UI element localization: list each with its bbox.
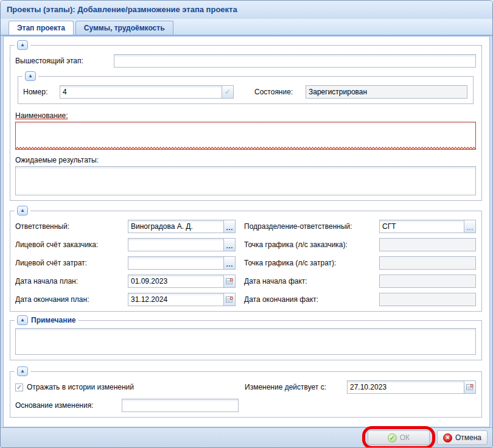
expected-results-textarea[interactable]: [15, 166, 476, 195]
end-date-plan-input[interactable]: [128, 293, 224, 306]
cancel-button-label: Отмена: [455, 433, 481, 442]
window-title: Проекты (этапы): Добавление/размножение …: [1, 1, 492, 19]
number-label: Номер:: [23, 88, 60, 96]
collapse-icon[interactable]: ▲: [17, 40, 28, 50]
responsible-input[interactable]: [128, 220, 224, 233]
row-parent-stage: Вышестоящий этап:: [15, 54, 476, 68]
row-number-state: Номер: ✓ Состояние:: [23, 85, 467, 99]
fieldset-number-state-legend: ▲: [23, 71, 38, 81]
customer-account-label: Лицевой счёт заказчика:: [15, 240, 128, 249]
cancel-x-icon: ✕: [443, 433, 452, 443]
name-field-block: Наименование:: [15, 111, 476, 150]
customer-schedule-point-label: Точка графика (л/с заказчика):: [244, 240, 379, 249]
fieldset-details-legend: ▲: [15, 206, 30, 215]
tab-sums[interactable]: Суммы, трудоёмкость: [75, 21, 173, 35]
fieldset-details: ▲ Ответственный: … Подразделение-ответст…: [10, 211, 482, 312]
footer-button-bar: ✓ ОК ✕ Отмена: [1, 427, 492, 447]
change-reason-label: Основание изменения:: [15, 401, 122, 410]
customer-account-picker-icon[interactable]: …: [224, 238, 236, 251]
state-label: Состояние:: [254, 88, 306, 96]
history-flag-label: Отражать в истории изменений: [27, 383, 134, 391]
ok-button[interactable]: ✓ ОК: [368, 430, 430, 445]
history-checkbox[interactable]: ✓: [15, 383, 23, 391]
customer-account-input[interactable]: [128, 238, 224, 251]
expected-results-block: Ожидаемые результаты:: [15, 156, 476, 195]
cost-account-input[interactable]: [128, 256, 224, 270]
number-input[interactable]: [60, 85, 222, 99]
note-textarea[interactable]: [15, 328, 476, 355]
history-flag-group: ✓ Отражать в истории изменений: [15, 383, 245, 391]
cancel-button[interactable]: ✕ Отмена: [437, 430, 488, 445]
collapse-icon[interactable]: ▲: [17, 206, 28, 215]
fieldset-history: ▲ ✓ Отражать в истории изменений Изменен…: [10, 371, 482, 418]
cost-schedule-point-field: [379, 256, 476, 270]
note-legend-text: Примечание: [31, 316, 76, 324]
customer-schedule-point-field: [379, 238, 476, 251]
row-customer-account: Лицевой счёт заказчика: … Точка графика …: [15, 238, 476, 251]
parent-stage-label: Вышестоящий этап:: [15, 57, 114, 65]
fieldset-number-state: ▲ Номер: ✓ Состояние:: [18, 76, 474, 104]
cost-account-picker-icon[interactable]: …: [224, 256, 236, 270]
cost-account-label: Лицевой счёт затрат:: [15, 259, 128, 267]
fieldset-main-legend: ▲: [15, 40, 30, 50]
window-body: ▲ Вышестоящий этап: ▲ Номер: ✓: [1, 36, 492, 427]
calendar-icon[interactable]: [464, 380, 476, 394]
row-change-reason: Основание изменения:: [15, 399, 476, 412]
calendar-icon[interactable]: [224, 293, 236, 306]
name-textarea[interactable]: [15, 122, 476, 150]
change-effective-input[interactable]: [347, 380, 464, 394]
responsible-picker-icon[interactable]: …: [224, 220, 236, 233]
department-picker-icon[interactable]: …: [464, 220, 476, 233]
end-date-plan-label: Дата окончания план:: [15, 295, 128, 304]
start-date-fact-label: Дата начала факт:: [244, 277, 379, 285]
fieldset-main: ▲ Вышестоящий этап: ▲ Номер: ✓: [10, 45, 482, 201]
fieldset-history-legend: ▲: [15, 366, 30, 376]
cost-schedule-point-label: Точка графика (л/с затрат):: [244, 259, 379, 267]
expected-results-label: Ожидаемые результаты:: [15, 156, 99, 164]
change-effective-label: Изменение действует с:: [245, 383, 347, 391]
department-label: Подразделение-ответственный:: [244, 222, 379, 231]
ok-button-label: ОК: [400, 433, 410, 442]
parent-stage-input[interactable]: [114, 54, 476, 68]
fieldset-note: ▲ Примечание: [10, 320, 482, 360]
dialog-window: Проекты (этапы): Добавление/размножение …: [0, 0, 493, 448]
department-input[interactable]: [379, 220, 464, 233]
start-date-plan-label: Дата начала план:: [15, 277, 128, 285]
fieldset-note-legend: ▲ Примечание: [15, 315, 79, 325]
end-date-fact-label: Дата окончания факт:: [244, 295, 379, 304]
start-date-fact-field: [379, 275, 476, 288]
row-history-flag: ✓ Отражать в истории изменений Изменение…: [15, 380, 476, 394]
calendar-icon[interactable]: [224, 275, 236, 288]
row-cost-account: Лицевой счёт затрат: … Точка графика (л/…: [15, 256, 476, 270]
collapse-icon[interactable]: ▲: [17, 315, 28, 325]
tab-stage[interactable]: Этап проекта: [9, 21, 74, 35]
end-date-fact-field: [379, 293, 476, 306]
start-date-plan-input[interactable]: [128, 275, 224, 288]
ok-check-icon: ✓: [388, 433, 397, 443]
tab-bar: Этап проекта Суммы, трудоёмкость: [1, 19, 492, 36]
state-field: [306, 85, 467, 99]
change-reason-input[interactable]: [122, 399, 239, 412]
collapse-icon[interactable]: ▲: [17, 366, 28, 376]
row-start-date: Дата начала план: Дата начала факт:: [15, 275, 476, 288]
name-label: Наименование:: [15, 111, 68, 120]
form-panel: ▲ Вышестоящий этап: ▲ Номер: ✓: [3, 36, 490, 427]
number-confirm-icon[interactable]: ✓: [222, 85, 234, 99]
checkbox-check-icon: ✓: [16, 383, 22, 391]
responsible-label: Ответственный:: [15, 222, 128, 231]
row-end-date: Дата окончания план: Дата окончания факт…: [15, 293, 476, 306]
collapse-icon[interactable]: ▲: [25, 71, 36, 81]
row-responsible: Ответственный: … Подразделение-ответстве…: [15, 220, 476, 233]
